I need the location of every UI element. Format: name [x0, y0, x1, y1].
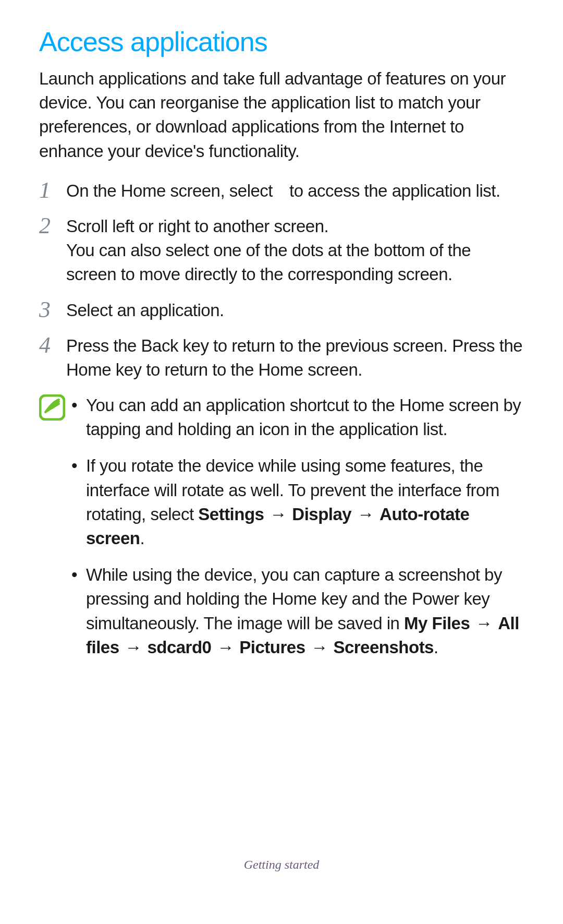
bullet-mark: • — [71, 454, 86, 478]
step-item: 4 Press the Back key to return to the pr… — [39, 334, 524, 382]
note-trail: . — [140, 529, 144, 548]
step-text: Press the Back key to return to the prev… — [66, 334, 524, 382]
bullet-mark: • — [71, 563, 86, 587]
bullet-mark: • — [71, 393, 86, 417]
note-block: • You can add an application shortcut to… — [39, 393, 524, 672]
intro-paragraph: Launch applications and take full advant… — [39, 67, 524, 163]
step-text-after: to access the application list. — [289, 181, 500, 200]
note-trail: . — [434, 638, 438, 657]
step-item: 3 Select an application. — [39, 298, 524, 322]
arrow-icon: → — [310, 635, 329, 659]
step-text-before: On the Home screen, select — [66, 181, 273, 200]
step-item: 1 On the Home screen, selectto access th… — [39, 179, 524, 203]
path-bold: My Files — [404, 614, 470, 633]
note-bullet-text: You can add an application shortcut to t… — [86, 393, 524, 441]
step-number: 2 — [39, 214, 66, 237]
step-text: Select an application. — [66, 298, 524, 322]
note-bullet: • If you rotate the device while using s… — [71, 454, 524, 550]
path-bold: Settings — [198, 505, 264, 524]
section-heading: Access applications — [39, 26, 524, 57]
path-bold: Screenshots — [333, 638, 434, 657]
note-bullet: • While using the device, you can captur… — [71, 563, 524, 659]
arrow-icon: → — [216, 635, 235, 659]
step-item: 2 Scroll left or right to another screen… — [39, 214, 524, 287]
arrow-icon: → — [268, 502, 288, 526]
step-text: Scroll left or right to another screen. … — [66, 214, 524, 287]
step-number: 3 — [39, 298, 66, 321]
step-number: 4 — [39, 334, 66, 357]
path-bold: sdcard0 — [147, 638, 211, 657]
note-bullet-text: If you rotate the device while using som… — [86, 454, 524, 550]
note-bullet-text: While using the device, you can capture … — [86, 563, 524, 659]
path-bold: Display — [292, 505, 351, 524]
step-text-line2: You can also select one of the dots at t… — [66, 241, 471, 284]
path-bold: Pictures — [239, 638, 305, 657]
manual-page: Access applications Launch applications … — [0, 0, 563, 924]
note-bullets: • You can add an application shortcut to… — [71, 393, 524, 672]
page-footer: Getting started — [0, 858, 563, 872]
arrow-icon: → — [356, 502, 375, 526]
step-number: 1 — [39, 179, 66, 202]
note-bullet: • You can add an application shortcut to… — [71, 393, 524, 441]
step-text: On the Home screen, selectto access the … — [66, 179, 524, 203]
arrow-icon: → — [474, 611, 494, 635]
step-text-line1: Scroll left or right to another screen. — [66, 217, 328, 236]
arrow-icon: → — [124, 635, 143, 659]
note-icon — [39, 393, 71, 423]
